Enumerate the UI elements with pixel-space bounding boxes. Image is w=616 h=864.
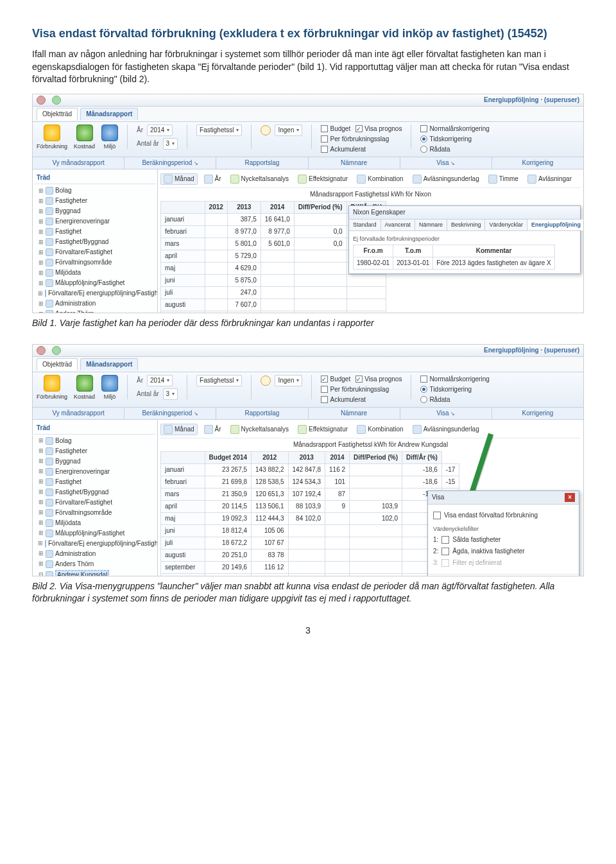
ackum-checkbox[interactable] <box>321 396 328 403</box>
launcher-icon[interactable]: ↘ <box>450 411 455 417</box>
budget-checkbox[interactable] <box>321 376 328 383</box>
filter1-checkbox[interactable] <box>441 536 449 544</box>
view-kombi[interactable]: Kombination <box>354 174 406 184</box>
dialog-tab[interactable]: Värdenycklar <box>485 220 527 230</box>
ribbon-kostnad[interactable]: Kostnad <box>74 143 95 151</box>
tree-item[interactable]: ⊞Administration <box>37 298 156 309</box>
close-button[interactable]: × <box>565 493 575 502</box>
view-ar[interactable]: År <box>201 424 224 435</box>
tab-objekttrad[interactable]: Objektträd <box>37 108 78 120</box>
search-icon[interactable] <box>261 125 271 135</box>
visaprognos-checkbox[interactable] <box>355 125 363 132</box>
tree-item[interactable]: ⊟Andrew Kungsdal <box>37 569 156 576</box>
ingen-select[interactable]: Ingen▾ <box>275 375 302 386</box>
view-avlasn[interactable]: Avläsningar <box>525 174 574 184</box>
ribbon-forbrukning[interactable]: Förbrukning <box>37 393 67 401</box>
view-effekt[interactable]: Effektsignatur <box>295 424 350 435</box>
ar-select[interactable]: 2014▾ <box>147 125 173 136</box>
ribbon-miljo[interactable]: Miljö <box>104 143 116 151</box>
tab-objekttrad[interactable]: Objektträd <box>37 358 78 370</box>
cell-comment[interactable]: Före 2013 ägdes fastigheten av ägare X <box>433 257 554 270</box>
dialog-tab[interactable]: Energiuppföljning <box>527 220 584 230</box>
radata-radio[interactable] <box>420 146 427 153</box>
tree-item[interactable]: ⊞Fastighet <box>37 227 156 237</box>
normal-checkbox[interactable] <box>420 376 427 383</box>
money-icon[interactable] <box>76 125 93 141</box>
globe-icon[interactable] <box>101 375 118 392</box>
tree-item[interactable]: ⊞Förvaltare/Fastighet <box>37 247 156 257</box>
perforb-checkbox[interactable] <box>321 135 328 143</box>
filter2-checkbox[interactable] <box>441 548 449 555</box>
tree-item[interactable]: ⊞Bolag <box>37 186 156 196</box>
object-tree[interactable]: Träd ⊞Bolag⊞Fastigheter⊞Byggnad⊞Energire… <box>33 420 158 576</box>
tree-item[interactable]: ⊞Bolag <box>37 436 156 446</box>
object-tree[interactable]: Träd ⊞Bolag⊞Fastigheter⊞Byggnad⊞Energire… <box>33 169 158 313</box>
dialog-tab[interactable]: Standard <box>349 220 381 230</box>
ribbon-kostnad[interactable]: Kostnad <box>74 393 95 401</box>
tree-item[interactable]: ⊞Fastighet/Byggnad <box>37 237 156 247</box>
view-avlas[interactable]: Avläsningsunderlag <box>410 424 482 435</box>
tree-item[interactable]: ⊞Måluppföljning/Fastighet <box>37 278 156 288</box>
money-icon[interactable] <box>76 375 93 392</box>
perforb-checkbox[interactable] <box>321 386 328 393</box>
tree-item[interactable]: ⊞Förvaltare/Ej energiuppföljning/Fastigh… <box>37 288 156 298</box>
view-avlas[interactable]: Avläsningsunderlag <box>410 174 482 184</box>
antal-select[interactable]: 3▾ <box>163 388 178 400</box>
view-nyckel[interactable]: Nyckeltalsanalys <box>228 424 291 435</box>
view-ar[interactable]: År <box>201 174 224 184</box>
view-timme[interactable]: Timme <box>486 174 521 184</box>
dialog-tab[interactable]: Nämnare <box>415 220 447 230</box>
cell-from[interactable]: 1980-02-01 <box>354 257 393 270</box>
visaprognos-checkbox[interactable] <box>355 376 363 383</box>
view-kombi[interactable]: Kombination <box>354 424 406 435</box>
bulb-icon[interactable] <box>44 125 60 141</box>
globe-icon[interactable] <box>101 125 118 141</box>
tree-item[interactable]: ⊞Byggnad <box>37 456 156 467</box>
tree-item[interactable]: ⊞Miljödata <box>37 518 156 528</box>
tree-item[interactable]: ⊞Miljödata <box>37 268 156 278</box>
tree-item[interactable]: ⊞Byggnad <box>37 206 156 216</box>
ackum-checkbox[interactable] <box>321 146 328 153</box>
view-manad[interactable]: Månad <box>160 424 198 435</box>
dialog-tab[interactable]: Avancerat <box>381 220 415 230</box>
tree-item[interactable]: ⊞Anders Thörn <box>37 559 156 569</box>
ribbon-forbrukning[interactable]: Förbrukning <box>37 143 67 151</box>
tree-item[interactable]: ⊞Energirenoveringar <box>37 467 156 477</box>
cell-to[interactable]: 2013-01-01 <box>393 257 433 270</box>
ar-select[interactable]: 2014▾ <box>147 375 173 386</box>
tab-manadrapport[interactable]: Månadsrapport <box>80 108 138 120</box>
tree-item[interactable]: ⊞Fastigheter <box>37 196 156 206</box>
normal-checkbox[interactable] <box>420 125 427 132</box>
antal-select[interactable]: 3▾ <box>163 138 178 150</box>
ingen-select[interactable]: Ingen▾ <box>275 125 302 136</box>
bulb-icon[interactable] <box>44 375 60 392</box>
view-effekt[interactable]: Effektsignatur <box>295 174 350 184</box>
view-manad[interactable]: Månad <box>160 173 198 185</box>
view-nyckel[interactable]: Nyckeltalsanalys <box>228 174 291 184</box>
search-icon[interactable] <box>261 376 271 386</box>
tree-item[interactable]: ⊞Fastigheter <box>37 446 156 456</box>
budget-checkbox[interactable] <box>321 125 328 132</box>
tree-item[interactable]: ⊞Anders Thörn <box>37 309 156 313</box>
tab-manadrapport[interactable]: Månadsrapport <box>80 358 138 370</box>
subhead-visa[interactable]: Visa ↘ <box>400 408 492 419</box>
tids-radio[interactable] <box>420 386 427 393</box>
tree-item[interactable]: ⊞Förvaltare/Fastighet <box>37 497 156 508</box>
radata-radio[interactable] <box>420 396 427 403</box>
tree-item[interactable]: ⊞Fastighet <box>37 477 156 487</box>
ribbon-miljo[interactable]: Miljö <box>104 393 116 401</box>
tree-item[interactable]: ⊞Administration <box>37 549 156 559</box>
fastighetssl-select[interactable]: Fastighetssl▾ <box>196 375 242 386</box>
tree-item[interactable]: ⊞Förvaltare/Ej energiuppföljning/Fastigh… <box>37 539 156 549</box>
visa-forvaltad-checkbox[interactable] <box>433 512 441 519</box>
tree-item[interactable]: ⊞Energirenoveringar <box>37 216 156 227</box>
visa-dialog[interactable]: Visa × Visa endast förvaltad förbrukning… <box>427 490 579 576</box>
tree-item[interactable]: ⊞Fastighet/Byggnad <box>37 487 156 497</box>
tree-item[interactable]: ⊞Måluppföljning/Fastighet <box>37 528 156 539</box>
tree-item[interactable]: ⊞Förvaltningsområde <box>37 508 156 518</box>
properties-dialog[interactable]: Nixon Egenskaper StandardAvanceratNämnar… <box>348 205 581 274</box>
tids-radio[interactable] <box>420 135 427 143</box>
tree-item[interactable]: ⊞Förvaltningsområde <box>37 257 156 268</box>
dialog-tab[interactable]: Beskrivning <box>447 220 486 230</box>
fastighetssl-select[interactable]: Fastighetssl▾ <box>196 125 242 136</box>
